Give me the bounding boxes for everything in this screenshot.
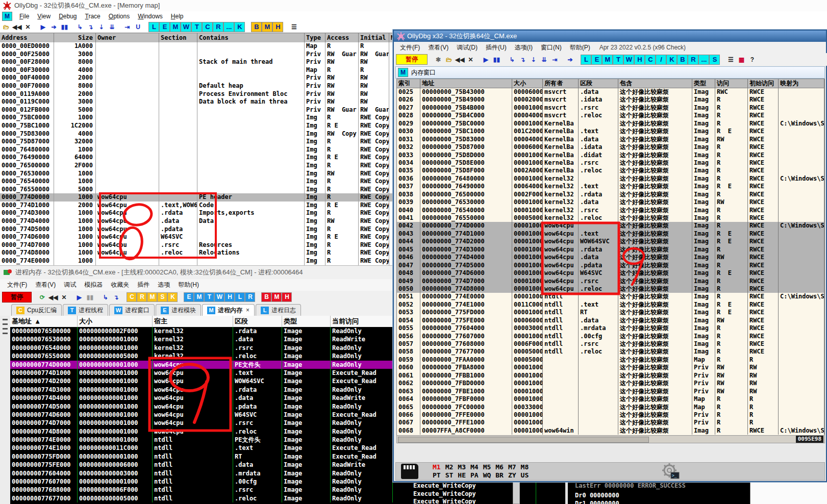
pane-tab-HE[interactable]: HE [458,471,466,479]
table-row[interactable]: 004500000000_774D300000001000wow64cpu.rd… [397,246,824,254]
table-row[interactable]: 0000_0119A0002000Process Environment Blo… [0,90,395,98]
step-into-icon[interactable]: ↳ [75,22,84,32]
restart-icon[interactable]: ◀◀ [455,55,464,64]
table-row[interactable]: 004300000000_774D100000001000wow64cpu.te… [397,230,824,238]
table-row[interactable]: 005300000000_775FD00000001000ntdllRT这个好像… [397,309,824,316]
table-row[interactable]: 00000000774D60000000000000001000wow64cpu… [10,411,393,419]
until-return-icon[interactable]: ⇥ [122,22,132,32]
table-row[interactable]: 0000_774D00001000wow64cpuPE headerImgRRW… [0,193,395,201]
table-row[interactable]: 006600000000_7FFE000000001000这个好像比较麻烦Pri… [397,411,824,419]
menu-item[interactable]: 收藏夹 [107,281,133,289]
table-row[interactable]: 006400000000_7FBF000000001000这个好像比较麻烦Map… [397,395,824,403]
table-row[interactable]: 0000_00F400002000PrivRWRW [0,74,395,82]
until-return-icon[interactable]: ⇥ [550,55,559,64]
pane-letter-button[interactable]: R [688,55,698,65]
table-row[interactable]: 006700000000_7FFE100000001000这个好像比较麻烦Pri… [397,419,824,426]
pane-letter-button[interactable]: L [148,22,159,32]
table-row[interactable]: 0000_765400001000ImgRRWE Copy [0,178,395,186]
trace-into-icon[interactable]: ⇣ [529,55,538,64]
column-header[interactable]: 区段 [233,316,282,327]
table-row[interactable]: 003100000000_75D8300000004000KernelBa.da… [397,136,824,143]
pane-tab-WQ[interactable]: WQ [483,471,491,479]
menu-item[interactable]: 窗口(N) [537,43,566,52]
table-row[interactable]: 0000_765000002F000ImgRRWE Copy [0,162,395,170]
table-row[interactable]: 0000_7649000064000ImgR ERWE Copy [0,154,395,162]
close-icon[interactable]: ✕ [23,22,32,32]
column-header[interactable]: Initial [359,33,389,43]
table-row[interactable]: 005600000000_7760700000001000ntdll.00cfg… [397,333,824,340]
table-row[interactable]: 0000000076500000000000000002F000kernel32… [10,327,393,335]
table-row[interactable]: 002600000000_75B4900000002000msvcrt.idat… [397,96,824,104]
pane-letter-button[interactable]: M [262,22,272,32]
menu-item[interactable]: 调试(D) [453,43,482,52]
pane-tab-PT[interactable]: PT [433,471,441,479]
table-row[interactable]: 0000_00F250003000PrivRW GuarRW Guar [0,51,395,59]
step-over-icon[interactable]: ↴ [111,293,120,302]
pane-letter-button[interactable]: M [170,22,181,32]
pause-icon[interactable]: ▮▮ [492,55,501,64]
table-row[interactable]: 00000000774E00000000000000001000ntdllPE文… [10,436,393,444]
table-row[interactable]: 006000000000_7FBA800000001000这个好像比较麻烦Pri… [397,364,824,371]
table-row[interactable]: 004700000000_774D500000001000wow64cpu.pd… [397,262,824,269]
pane-letter-button[interactable]: C [645,55,656,65]
pane-tab-M6[interactable]: M6 [495,463,504,471]
table-row[interactable]: 0000_774E00001000ImgRRWE Copy [0,257,395,265]
pane-letter-button[interactable]: E [184,292,194,302]
pane-letter-button[interactable]: K [234,22,245,32]
column-header[interactable]: 映射为 [779,79,824,88]
column-header[interactable]: 类型 [692,79,715,88]
tab-close-icon[interactable]: × [246,307,249,314]
run-icon[interactable]: ▶ [74,293,84,302]
column-header[interactable]: Section [159,33,197,43]
table-row[interactable]: 002800000000_75B4C00000004000msvcrt.relo… [397,112,824,119]
table-row[interactable]: 00000000774D00000000000000001000wow64cpu… [10,361,393,369]
pane-tab-M3[interactable]: M3 [458,463,466,471]
pane-letter-button[interactable]: L [581,55,591,65]
menu-item[interactable]: 选项 [154,281,174,289]
step-into-icon[interactable]: ↳ [507,55,516,64]
trace-into-icon[interactable]: ⇣ [96,22,106,32]
menu-item[interactable]: 插件(U) [482,43,511,52]
table-row[interactable]: 00000000774D50000000000000001000wow64cpu… [10,402,393,411]
menu-item[interactable]: Debug [55,13,81,20]
options-list-icon[interactable]: ☰ [726,55,735,64]
table-row[interactable]: 0000000077608000000000000006F000ntdll.rs… [10,486,393,494]
table-row[interactable]: 003900000000_7653000000001000kernel32.da… [397,198,824,206]
pane-letter-button[interactable]: W [181,22,191,32]
child-window-tab[interactable]: M 内存窗口 [395,66,825,79]
pane-letter-button[interactable]: ... [698,55,709,65]
table-row[interactable]: 0000_774D60001000wow64cpuW64SVCImgR ERWE… [0,233,395,241]
menu-item[interactable]: 模拟器 [80,281,107,289]
pane-letter-button[interactable]: ... [223,22,234,32]
pane-letter-button[interactable]: H [272,22,283,32]
table-row[interactable]: 004100000000_7655000000005000kernel32.re… [397,214,824,222]
column-header[interactable]: Contains [197,33,305,43]
menu-item[interactable]: Windows [134,13,167,20]
pane-letter-button[interactable]: K [167,292,178,302]
table-row[interactable]: 00000000775FD0000000000000001000ntdllRTI… [10,452,393,461]
pane-letter-button[interactable]: B [677,55,688,65]
table-row[interactable]: 004400000000_774D200000001000wow64cpuWOW… [397,238,824,245]
pane-letter-button[interactable]: / [656,55,666,65]
menu-item[interactable]: Trace [81,13,105,20]
column-header[interactable]: 当前访问 [331,316,393,327]
pane-tab-M2[interactable]: M2 [445,463,454,471]
table-row[interactable]: 006800007FFA_A8CF000000001000wow64win这个好… [397,427,824,435]
pane-letter-button[interactable]: H [634,55,645,65]
menu-item[interactable]: 插件 [133,281,154,289]
table-row[interactable]: 0000_764800001000ImgRRWE Copy [0,146,395,154]
pane-letter-button[interactable]: H [224,292,235,302]
table-row[interactable]: 0000_00F300004000MapRR [0,66,395,74]
table-row[interactable]: 004900000000_774D700000001000wow64cpu.rs… [397,278,824,285]
menu-item[interactable]: 查看(V) [424,43,453,52]
title-bar[interactable]: OllyDbg - 32位切换64位_CM.exe - [Memory map] [0,0,827,11]
menu-item[interactable]: 文件(F) [3,281,31,289]
run-icon[interactable]: ▶ [481,55,490,64]
table-row[interactable]: 00000000776070000000000000001000ntdll.00… [10,477,393,486]
step-over-icon[interactable]: ↴ [86,22,95,32]
refresh-icon[interactable]: ⟳ [38,293,47,302]
table-row[interactable]: 0000_774D10002000wow64cpu.text,WOW6CodeI… [0,201,395,210]
column-header[interactable]: 包含 [618,79,692,88]
table-row[interactable]: 006300000000_7FBE100000001000这个好像比较麻烦Pri… [397,388,824,395]
close-icon[interactable]: ✕ [59,293,68,302]
